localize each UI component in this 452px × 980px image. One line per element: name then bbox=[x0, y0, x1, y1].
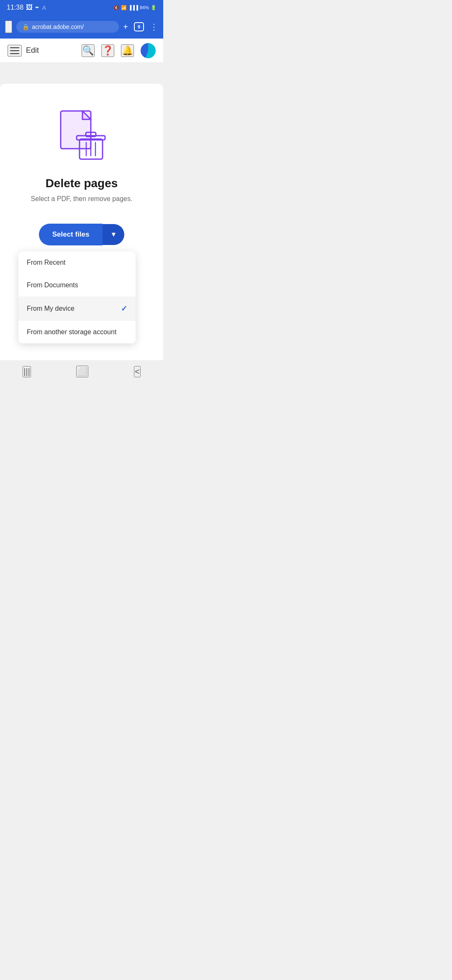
dropdown-item-recent[interactable]: From Recent bbox=[18, 251, 136, 274]
app-header: Edit 🔍 ❓ 🔔 bbox=[0, 39, 163, 63]
avatar[interactable] bbox=[141, 43, 156, 58]
dropdown-item-recent-label: From Recent bbox=[27, 259, 65, 266]
acrobat-icon: ✒ bbox=[35, 5, 39, 10]
browser-actions: + 9 ⋮ bbox=[123, 22, 158, 32]
notifications-button[interactable]: 🔔 bbox=[121, 44, 134, 57]
help-button[interactable]: ❓ bbox=[101, 44, 114, 57]
dropdown-item-documents[interactable]: From Documents bbox=[18, 274, 136, 297]
chevron-down-icon: ▼ bbox=[110, 231, 117, 238]
header-title: Edit bbox=[26, 46, 82, 55]
browser-menu-button[interactable]: ⋮ bbox=[150, 22, 158, 32]
browser-bar: ⌂ 🔒 acrobat.adobe.com/ + 9 ⋮ bbox=[0, 15, 163, 39]
hamburger-line-1 bbox=[10, 47, 19, 48]
mute-icon: 🔇 bbox=[113, 5, 119, 10]
main-content: Delete pages Select a PDF, then remove p… bbox=[0, 84, 163, 360]
status-bar: 11:38 🖼 ✒ ⚠ 🔇 📶 ▐▐▐ 84% 🔋 bbox=[0, 0, 163, 15]
status-left: 11:38 🖼 ✒ ⚠ bbox=[7, 4, 46, 11]
battery-icon: 🔋 bbox=[151, 5, 157, 10]
hamburger-button[interactable] bbox=[8, 45, 22, 57]
page-subtitle: Select a PDF, then remove pages. bbox=[31, 195, 133, 203]
alert-icon: ⚠ bbox=[42, 5, 46, 10]
address-bar[interactable]: 🔒 acrobat.adobe.com/ bbox=[16, 21, 119, 33]
header-icons: 🔍 ❓ 🔔 bbox=[82, 43, 156, 58]
tabs-button[interactable]: 9 bbox=[134, 22, 144, 31]
browser-home-button[interactable]: ⌂ bbox=[5, 21, 12, 33]
delete-pages-illustration bbox=[56, 109, 107, 165]
dropdown-item-my-device[interactable]: From My device ✓ bbox=[18, 297, 136, 321]
status-time: 11:38 bbox=[7, 4, 23, 11]
address-text: acrobat.adobe.com/ bbox=[32, 23, 84, 30]
search-button[interactable]: 🔍 bbox=[82, 44, 95, 57]
back-icon: < bbox=[135, 367, 140, 376]
dropdown-menu: From Recent From Documents From My devic… bbox=[18, 251, 136, 343]
home-button[interactable]: ⬜ bbox=[76, 366, 88, 377]
status-right: 🔇 📶 ▐▐▐ 84% 🔋 bbox=[113, 5, 157, 10]
battery-text: 84% bbox=[140, 5, 149, 10]
wifi-icon: 📶 bbox=[121, 5, 127, 10]
hamburger-line-3 bbox=[10, 53, 19, 54]
photo-icon: 🖼 bbox=[26, 4, 33, 11]
select-files-dropdown-button[interactable]: ▼ bbox=[103, 224, 124, 245]
check-icon: ✓ bbox=[121, 304, 127, 313]
select-files-button[interactable]: Select files bbox=[39, 224, 103, 245]
recent-apps-icon: ||| bbox=[23, 367, 30, 376]
back-button[interactable]: < bbox=[134, 366, 141, 377]
page-title: Delete pages bbox=[46, 177, 118, 190]
select-files-button-group: Select files ▼ bbox=[39, 224, 125, 245]
new-tab-button[interactable]: + bbox=[123, 22, 128, 32]
dropdown-item-storage[interactable]: From another storage account bbox=[18, 321, 136, 343]
recent-apps-button[interactable]: ||| bbox=[23, 366, 31, 377]
signal-icon: ▐▐▐ bbox=[128, 5, 138, 10]
address-icon: 🔒 bbox=[22, 23, 29, 30]
dropdown-item-my-device-label: From My device bbox=[27, 305, 74, 312]
dropdown-item-documents-label: From Documents bbox=[27, 281, 78, 289]
dropdown-item-storage-label: From another storage account bbox=[27, 328, 116, 336]
home-icon: ⬜ bbox=[77, 367, 87, 376]
empty-space bbox=[0, 63, 163, 84]
bottom-nav: ||| ⬜ < bbox=[0, 360, 163, 383]
hamburger-line-2 bbox=[10, 50, 19, 51]
